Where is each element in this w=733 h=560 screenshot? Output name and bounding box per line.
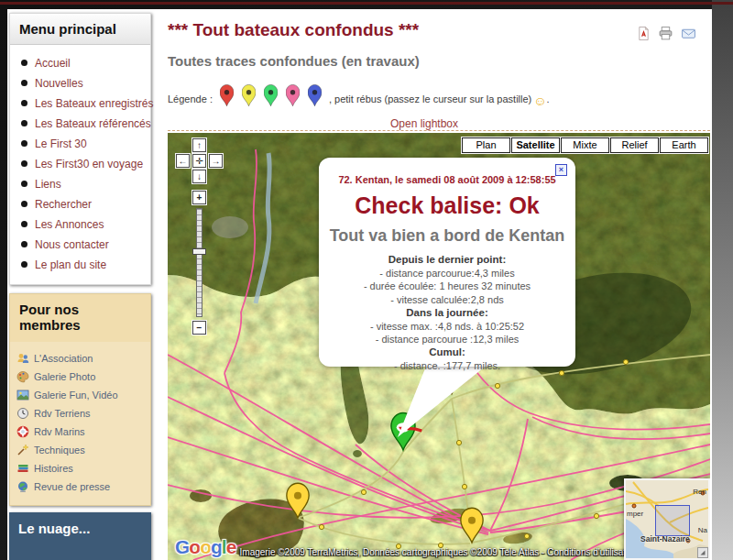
sidebar-item-label[interactable]: Nouvelles	[35, 77, 83, 90]
sidebar-item-bateaux-enregistres[interactable]: Les Bateaux enregistrés	[21, 94, 145, 112]
member-link-label[interactable]: Rdv Terriens	[34, 408, 91, 419]
sidebar-item-accueil[interactable]: Accueil	[21, 54, 145, 71]
detail-line: - distance parcourue:4,3 miles	[319, 267, 575, 280]
sidebar-item-plan-site[interactable]: Le plan du site	[21, 256, 145, 273]
zoom-slider-rail[interactable]	[196, 208, 202, 317]
legend-pin-yellow[interactable]	[242, 84, 256, 107]
infowindow-pointer	[392, 362, 493, 439]
member-link-label[interactable]: Revue de presse	[34, 481, 110, 492]
sidebar-item-label[interactable]: Les First30 en voyage	[35, 158, 143, 170]
member-link-label[interactable]: Galerie Photo	[34, 371, 95, 382]
detail-line: - durée écoulée: 1 heures 32 minutes	[319, 280, 575, 292]
google-logo[interactable]: Google	[175, 536, 235, 558]
pan-center-button[interactable]: ✛	[192, 154, 206, 168]
sidebar-item-rdv-terriens[interactable]: Rdv Terriens	[16, 404, 147, 423]
zoom-in-button[interactable]: +	[192, 191, 206, 204]
section-title: Cumul:	[319, 346, 575, 359]
member-link-label[interactable]: Rdv Marins	[34, 426, 85, 437]
logo-letter: g	[211, 536, 222, 557]
collapse-arrow-icon	[698, 548, 707, 557]
clock-icon	[16, 407, 29, 420]
sidebar-item-rechercher[interactable]: Rechercher	[21, 195, 145, 213]
sidebar-item-histoires[interactable]: Histoires	[16, 459, 147, 478]
sidebar-item-galerie-fun[interactable]: Galerie Fun, Vidéo	[16, 386, 147, 404]
legend-note: , petit rébus (passez le curseur sur la …	[329, 93, 531, 107]
member-link-label[interactable]: Galerie Fun, Vidéo	[34, 390, 118, 401]
section-title: Dans la journée:	[319, 306, 575, 320]
page: Menu principal Accueil Nouvelles Les Bat…	[0, 0, 733, 560]
sidebar-item-association[interactable]: L'Association	[16, 349, 147, 368]
map-navigation-controls: ↑ ← ✛ → ↓ + −	[175, 138, 226, 358]
page-title: *** Tout bateaux confondus ***	[168, 20, 419, 40]
map-button-satellite[interactable]: Satellite	[511, 137, 560, 153]
sidebar-item-label[interactable]: Nous contacter	[35, 238, 109, 251]
sidebar-item-first30-voyage[interactable]: Les First30 en voyage	[21, 155, 145, 172]
sidebar-item-revue-presse[interactable]: Revue de presse	[16, 478, 147, 496]
member-link-label[interactable]: L'Association	[34, 353, 93, 364]
detail-line: - distance. :177,7 miles.	[319, 359, 575, 372]
sidebar-item-annonces[interactable]: Les Annonces	[21, 215, 145, 233]
legend-pin-red[interactable]	[220, 84, 234, 107]
pan-right-button[interactable]: →	[209, 154, 223, 168]
picture-icon	[16, 389, 29, 401]
sidebar-item-nouvelles[interactable]: Nouvelles	[21, 74, 145, 92]
tag-cloud-box: Le nuage... akkadossiersinscriptionitali…	[9, 512, 151, 560]
minimap-viewport-rectangle[interactable]	[655, 505, 690, 536]
books-icon	[16, 462, 29, 475]
sidebar-item-techniques[interactable]: Techniques	[16, 441, 147, 459]
bullet-icon	[21, 160, 27, 167]
legend-pin-pink[interactable]	[286, 84, 300, 107]
email-icon[interactable]	[681, 26, 696, 41]
tag-cloud-title: Le nuage...	[9, 512, 151, 538]
pan-left-button[interactable]: ←	[176, 154, 190, 168]
pdf-icon[interactable]	[637, 26, 651, 41]
zoom-slider-handle[interactable]	[192, 248, 206, 255]
member-link-label[interactable]: Histoires	[34, 463, 73, 474]
map-button-mixte[interactable]: Mixte	[561, 137, 609, 153]
sidebar-item-galerie-photo[interactable]: Galerie Photo	[16, 368, 147, 386]
close-icon[interactable]: ×	[555, 164, 567, 176]
sidebar-item-liens[interactable]: Liens	[21, 175, 145, 192]
pan-up-button[interactable]: ↑	[192, 138, 206, 152]
legend-label: Légende :	[168, 93, 213, 107]
page-frame	[712, 0, 733, 560]
main-menu-title: Menu principal	[10, 14, 150, 45]
infowindow-status: Check balise: Ok	[319, 192, 575, 219]
overview-minimap[interactable]: Ren mper Saint-Nazaire Na	[624, 478, 710, 560]
sidebar-item-label[interactable]: Le plan du site	[35, 258, 106, 271]
legend-pin-green[interactable]	[264, 84, 278, 107]
detail-line: - distance parcourue :12,3 miles	[319, 333, 575, 346]
open-lightbox-link[interactable]: Open lightbox	[168, 117, 681, 130]
bullet-icon	[21, 201, 27, 207]
pan-down-button[interactable]: ↓	[192, 170, 206, 183]
map-button-earth[interactable]: Earth	[660, 137, 708, 153]
infowindow-message: Tout va bien a bord de Kentan	[319, 226, 575, 246]
sidebar-item-rdv-marins[interactable]: Rdv Marins	[16, 423, 147, 441]
logo-letter: e	[226, 536, 236, 557]
sidebar-item-label[interactable]: Rechercher	[35, 198, 92, 211]
legend-pins	[220, 84, 322, 107]
print-icon[interactable]	[658, 26, 673, 41]
sidebar-item-label[interactable]: Les Annonces	[35, 218, 104, 231]
sidebar-item-label[interactable]: Liens	[35, 178, 61, 191]
minimap-label-nantes: Na	[698, 526, 707, 534]
map-container[interactable]: Plan Satellite Mixte Relief Earth ↑ ← ✛ …	[168, 133, 710, 560]
minimap-collapse-button[interactable]	[697, 547, 708, 558]
zoom-out-button[interactable]: −	[192, 321, 206, 335]
sidebar-item-first30[interactable]: Le First 30	[21, 135, 145, 152]
map-button-plan[interactable]: Plan	[462, 137, 510, 153]
sidebar-item-bateaux-references[interactable]: Les Bateaux référencés	[21, 115, 145, 132]
section-title: Depuis le dernier point:	[319, 253, 575, 267]
logo-letter: G	[175, 536, 189, 557]
sidebar-item-label[interactable]: Les Bateaux référencés	[35, 117, 151, 130]
member-link-label[interactable]: Techniques	[34, 445, 85, 456]
legend-pin-blue[interactable]	[308, 84, 322, 107]
map-button-relief[interactable]: Relief	[610, 137, 659, 153]
infowindow: × 72. Kentan, le samedi 08 août 2009 à 1…	[319, 158, 575, 367]
sidebar-item-label[interactable]: Le First 30	[35, 137, 87, 150]
globe-icon	[16, 480, 29, 493]
page-subtitle: Toutes traces confondues (en travaux)	[168, 53, 420, 69]
sidebar-item-contacter[interactable]: Nous contacter	[21, 236, 145, 253]
sidebar-item-label[interactable]: Accueil	[35, 57, 71, 70]
sidebar-item-label[interactable]: Les Bateaux enregistrés	[35, 97, 153, 110]
